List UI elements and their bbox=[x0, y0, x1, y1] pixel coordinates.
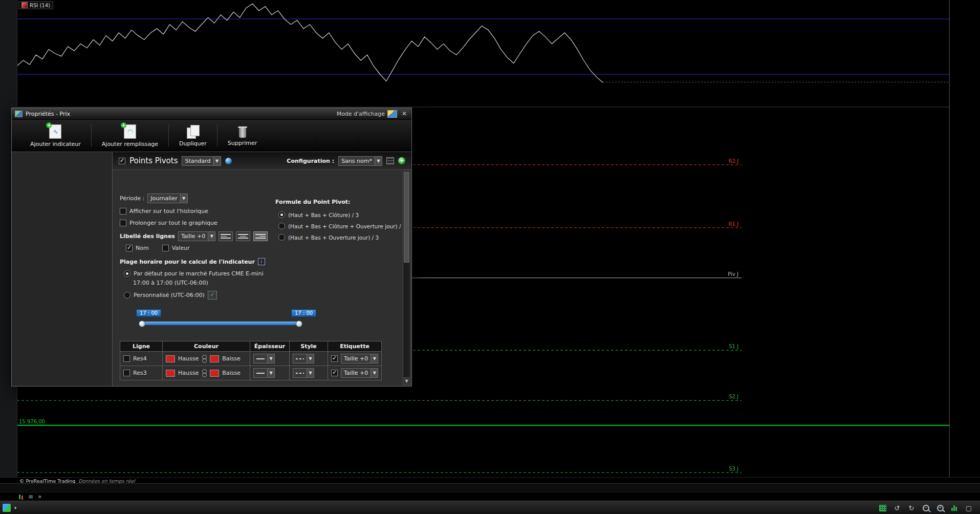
fullscreen-icon[interactable]: ▢ bbox=[963, 503, 975, 513]
close-icon[interactable]: ✕ bbox=[400, 110, 408, 118]
dialog-scrollbar[interactable]: ▼ bbox=[403, 171, 410, 385]
formule-radio-2[interactable] bbox=[278, 223, 285, 229]
epaisseur-select[interactable]: ▼ bbox=[253, 354, 275, 363]
hausse-color-swatch[interactable] bbox=[166, 370, 175, 377]
col-epaisseur: Épaisseur bbox=[250, 341, 290, 352]
display-mode-label: Mode d'affichage bbox=[337, 111, 385, 117]
hausse-label: Hausse bbox=[178, 355, 199, 362]
price-axis[interactable] bbox=[949, 0, 980, 477]
rsi-label-text: RSI (14) bbox=[30, 3, 50, 8]
periodicity-icon[interactable] bbox=[18, 494, 24, 500]
baisse-color-swatch[interactable] bbox=[210, 355, 219, 362]
res3-checkbox[interactable] bbox=[123, 370, 130, 376]
formule-3-label: (Haut + Bas + Ouverture jour) / 3 bbox=[288, 234, 379, 241]
hausse-color-swatch[interactable] bbox=[166, 355, 175, 362]
etiquette-checkbox[interactable] bbox=[331, 355, 338, 362]
dialog-title: Propriétés - Prix bbox=[26, 111, 70, 117]
historique-label: Afficher sur tout l'historique bbox=[129, 208, 208, 215]
duplicate-icon bbox=[187, 125, 199, 138]
dialog-titlebar[interactable]: Propriétés - Prix Mode d'affichage ✕ bbox=[12, 108, 411, 120]
zoom-in-icon[interactable]: + bbox=[934, 503, 946, 513]
col-couleur: Couleur bbox=[163, 341, 250, 352]
time-range-slider[interactable] bbox=[141, 322, 299, 325]
etiquette-checkbox[interactable] bbox=[331, 370, 338, 376]
indicator-list bbox=[12, 152, 113, 386]
col-style: Style bbox=[290, 341, 328, 352]
style-select[interactable]: ▼ bbox=[293, 368, 314, 378]
variant-select[interactable]: Standard ▼ bbox=[182, 156, 221, 166]
duplicate-label: Dupliquer bbox=[179, 140, 207, 147]
points-pivots-checkbox[interactable] bbox=[119, 158, 125, 164]
points-pivots-title: Points Pivots bbox=[129, 156, 178, 165]
baisse-color-swatch[interactable] bbox=[210, 370, 219, 377]
align-center-button[interactable] bbox=[236, 231, 250, 241]
trash-icon bbox=[238, 125, 247, 138]
add-configuration-button[interactable]: + bbox=[398, 157, 405, 164]
display-mode-button[interactable]: Mode d'affichage bbox=[337, 110, 397, 118]
delete-button[interactable]: Supprimer bbox=[221, 123, 265, 148]
link-colors-icon[interactable] bbox=[202, 369, 207, 377]
platform-logo-icon[interactable] bbox=[3, 504, 11, 512]
formule-radio-1[interactable] bbox=[278, 211, 285, 218]
apply-check-icon[interactable]: ✓ bbox=[208, 291, 217, 299]
valeur-checkbox[interactable] bbox=[162, 245, 169, 251]
add-indicator-icon: ∿+ bbox=[49, 124, 61, 139]
slider-handle-start[interactable] bbox=[139, 320, 145, 327]
res4-checkbox[interactable] bbox=[123, 355, 130, 362]
chevron-down-icon: ▼ bbox=[208, 232, 215, 241]
configuration-select[interactable]: Sans nom* ▼ bbox=[338, 156, 382, 166]
undo-icon[interactable]: ↺ bbox=[891, 503, 903, 513]
libelle-size-select[interactable]: Taille +0 ▼ bbox=[178, 231, 215, 241]
scrollbar-thumb[interactable] bbox=[404, 172, 409, 263]
align-left-button[interactable] bbox=[219, 231, 233, 241]
personnalise-radio[interactable] bbox=[124, 292, 130, 298]
epaisseur-select[interactable]: ▼ bbox=[253, 368, 275, 378]
align-right-button[interactable] bbox=[253, 231, 268, 241]
dialog-toolbar: ∿+ Ajouter indicateur ◠+ Ajouter remplis… bbox=[12, 120, 411, 152]
etiquette-size-value: Taille +0 bbox=[344, 355, 368, 362]
table-row-res4: Res4 Hausse Baisse ▼ ▼ bbox=[120, 352, 382, 366]
add-indicator-label: Ajouter indicateur bbox=[30, 141, 81, 147]
pivot-lines-table: Ligne Couleur Épaisseur Style Etiquette … bbox=[120, 341, 382, 380]
display-mode-icon bbox=[387, 110, 397, 118]
nom-checkbox[interactable] bbox=[126, 245, 133, 251]
valeur-label: Valeur bbox=[172, 245, 190, 251]
trading-workspace: R2 JR1 JPiv JS1 JS2 JS3 J15 976,00 RSI (… bbox=[0, 0, 980, 514]
defaut-hours: 17:00 à 17:00 (UTC-06:00) bbox=[133, 280, 208, 286]
pivot-label: Piv J bbox=[728, 271, 738, 277]
link-colors-icon[interactable] bbox=[202, 355, 207, 363]
add-fill-button[interactable]: ◠+ Ajouter remplissage bbox=[95, 122, 165, 149]
etiquette-size-select[interactable]: Taille +0 ▼ bbox=[341, 368, 378, 378]
formule-1-label: (Haut + Bas + Clôture) / 3 bbox=[288, 212, 359, 218]
periode-select[interactable]: Journalier ▼ bbox=[147, 194, 187, 203]
config-options-icon[interactable] bbox=[386, 157, 394, 164]
chevron-down-icon: ▼ bbox=[267, 354, 274, 363]
expand-icon[interactable]: » bbox=[38, 493, 41, 500]
style-select[interactable]: ▼ bbox=[293, 354, 314, 363]
zoom-out-icon[interactable]: − bbox=[920, 503, 932, 513]
defaut-radio[interactable] bbox=[124, 270, 130, 277]
prolonger-checkbox[interactable] bbox=[120, 220, 126, 226]
properties-dialog: Propriétés - Prix Mode d'affichage ✕ ∿+ … bbox=[11, 108, 412, 387]
formule-radio-3[interactable] bbox=[278, 234, 285, 241]
style-ball-icon[interactable] bbox=[225, 158, 232, 164]
candle-chart-icon[interactable] bbox=[948, 503, 961, 513]
slider-handle-end[interactable] bbox=[296, 320, 302, 327]
historique-checkbox[interactable] bbox=[120, 208, 126, 215]
scroll-down-icon[interactable]: ▼ bbox=[403, 377, 410, 384]
add-indicator-button[interactable]: ∿+ Ajouter indicateur bbox=[23, 122, 88, 149]
chevron-down-icon: ▼ bbox=[267, 369, 274, 377]
duplicate-button[interactable]: Dupliquer bbox=[172, 123, 214, 149]
info-icon[interactable]: i bbox=[258, 258, 265, 265]
time-axis[interactable]: ≡ » bbox=[0, 492, 980, 501]
periode-value: Journalier bbox=[150, 195, 177, 202]
realtime-text: Données en temps réel bbox=[78, 478, 135, 484]
menu-icon[interactable]: ≡ bbox=[28, 493, 33, 500]
rsi-pane-label[interactable]: RSI (14) bbox=[18, 1, 53, 9]
add-fill-label: Ajouter remplissage bbox=[102, 141, 158, 147]
etiquette-size-select[interactable]: Taille +0 ▼ bbox=[341, 354, 378, 363]
redo-icon[interactable]: ↻ bbox=[905, 503, 918, 513]
chevron-down-icon[interactable]: ▾ bbox=[12, 503, 19, 513]
sessions-grid-icon[interactable] bbox=[877, 503, 889, 513]
personnalise-label: Personnalisé (UTC-06:00) bbox=[134, 292, 205, 298]
